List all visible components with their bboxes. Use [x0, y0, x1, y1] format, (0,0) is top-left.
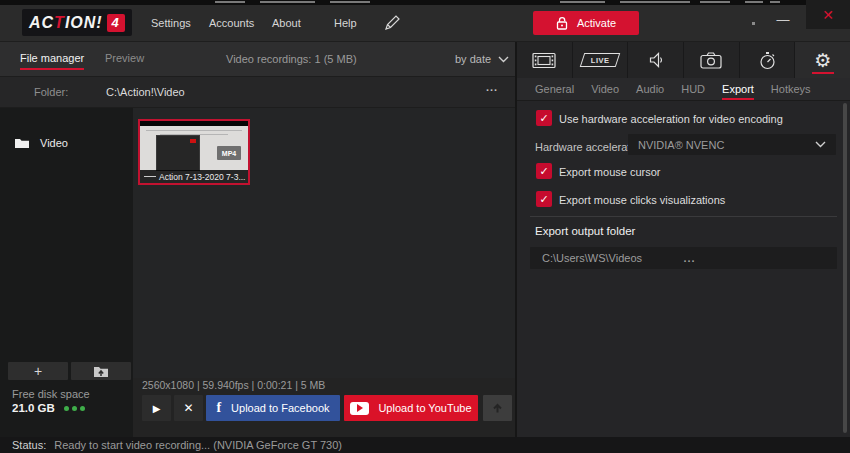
tab-audio[interactable]: Audio [636, 83, 664, 95]
status-bar: Status: Ready to start video recording..… [0, 437, 850, 453]
free-disk-space-label: Free disk space [12, 388, 90, 400]
menu-help[interactable]: Help [334, 17, 357, 29]
output-folder-browse-button[interactable]: ... [684, 255, 826, 261]
close-button[interactable]: ✕ [806, 0, 850, 29]
menu-accounts[interactable]: Accounts [209, 17, 254, 29]
tab-audio-icon[interactable] [628, 42, 684, 78]
add-folder-button[interactable]: + [8, 362, 68, 380]
logo-text: ACTION! [29, 14, 103, 32]
checkbox-mouse-clicks[interactable]: ✓ [536, 191, 552, 207]
settings-icon-tabs: LIVE ⚙ [517, 42, 850, 78]
folder-row: Folder: C:\Action!\Video ... [0, 77, 516, 108]
lock-icon [556, 16, 569, 31]
mouse-cursor-option-label: Export mouse cursor [559, 166, 660, 178]
thumbnail-caption: Action 7-13-2020 7-3... [140, 170, 248, 183]
tab-live-streaming-icon[interactable]: LIVE [573, 42, 629, 78]
media-bar: 2560x1080 | 59.940fps | 0:00:21 | 5 MB ▶… [133, 378, 516, 437]
folder-label: Folder: [34, 86, 68, 98]
folder-icon [14, 137, 30, 149]
right-panel-scrollbar[interactable] [843, 103, 847, 433]
output-folder-path: C:\Users\WS\Videos [542, 252, 684, 264]
upload-button-disabled[interactable] [483, 395, 512, 421]
maximize-dot-icon [752, 22, 755, 25]
format-badge: MP4 [217, 146, 241, 160]
menu-bar: ACTION! 4 Settings Accounts About Help A… [0, 5, 850, 42]
upload-youtube-button[interactable]: Upload to YouTube [344, 395, 478, 421]
tab-settings-icon[interactable]: ⚙ [795, 42, 850, 78]
file-manager-header: File manager Preview Video recordings: 1… [0, 42, 516, 77]
tab-general[interactable]: General [535, 83, 574, 95]
youtube-icon [350, 402, 369, 415]
tab-video-recordings-icon[interactable] [517, 42, 573, 78]
action-logo: ACTION! 4 [22, 9, 132, 36]
facebook-icon: f [216, 400, 221, 416]
tree-item-video[interactable]: Video [0, 132, 133, 154]
tab-export[interactable]: Export [722, 83, 754, 100]
pen-tool-icon[interactable] [383, 14, 401, 32]
section-divider [530, 216, 837, 217]
app-window: ACTION! 4 Settings Accounts About Help A… [0, 0, 850, 453]
export-settings-panel: ✓ Use hardware acceleration for video en… [517, 101, 850, 437]
logo-version-badge: 4 [107, 14, 125, 32]
status-label: Status: [12, 439, 46, 451]
menu-about[interactable]: About [272, 17, 301, 29]
import-folder-button[interactable] [71, 362, 131, 380]
minimize-button[interactable]: — [773, 11, 793, 31]
thumbnail-mini-window [156, 135, 200, 171]
hw-accel-option-label: Use hardware acceleration for video enco… [559, 113, 783, 125]
recordings-list: MP4 Action 7-13-2020 7-3... [133, 108, 516, 378]
video-info: 2560x1080 | 59.940fps | 0:00:21 | 5 MB [142, 379, 325, 391]
recording-thumbnail[interactable]: MP4 Action 7-13-2020 7-3... [138, 119, 250, 185]
activate-label: Activate [577, 17, 616, 29]
settings-tabs: General Video Audio HUD Export Hotkeys [517, 78, 850, 101]
status-text: Ready to start video recording... (NVIDI… [54, 439, 342, 451]
delete-button[interactable]: ✕ [174, 395, 203, 421]
checkbox-hw-accel[interactable]: ✓ [536, 110, 552, 126]
folder-tree-panel: Video + Free disk space 21.0 GB [0, 108, 133, 437]
chevron-down-icon [815, 141, 826, 148]
tab-benchmark-icon[interactable] [740, 42, 796, 78]
tree-item-label: Video [40, 137, 68, 149]
disk-usage-dots [64, 406, 85, 411]
chevron-down-icon[interactable] [498, 56, 509, 63]
output-folder-header: Export output folder [535, 225, 635, 237]
recordings-summary: Video recordings: 1 (5 MB) [226, 53, 357, 65]
play-button[interactable]: ▶ [142, 395, 171, 421]
tab-screenshots-icon[interactable] [684, 42, 740, 78]
tab-preview[interactable]: Preview [105, 52, 144, 64]
free-disk-space-value: 21.0 GB [12, 402, 85, 414]
gear-icon: ⚙ [814, 51, 831, 70]
tab-file-manager[interactable]: File manager [20, 52, 84, 70]
folder-path: C:\Action!\Video [106, 86, 185, 98]
upload-facebook-button[interactable]: f Upload to Facebook [206, 395, 340, 421]
menu-settings[interactable]: Settings [151, 17, 191, 29]
activate-button[interactable]: Activate [533, 11, 639, 35]
folder-browse-button[interactable]: ... [486, 81, 498, 93]
tab-hotkeys[interactable]: Hotkeys [771, 83, 811, 95]
sort-by-dropdown[interactable]: by date [455, 53, 491, 65]
output-folder-field: C:\Users\WS\Videos ... [530, 247, 837, 269]
hw-accel-dropdown[interactable]: NVIDIA® NVENC [628, 134, 836, 155]
tab-hud[interactable]: HUD [681, 83, 705, 95]
mouse-clicks-option-label: Export mouse clicks visualizations [559, 194, 725, 206]
checkbox-mouse-cursor[interactable]: ✓ [536, 163, 552, 179]
tab-video[interactable]: Video [591, 83, 619, 95]
thumbnail-screen: MP4 Action 7-13-2020 7-3... [140, 126, 248, 183]
